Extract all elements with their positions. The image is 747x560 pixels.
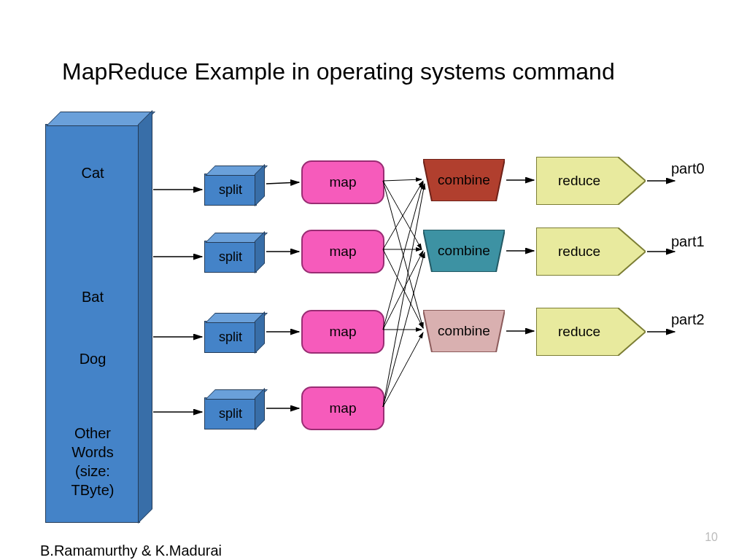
svg-line-24 (383, 252, 425, 407)
svg-line-17 (383, 181, 423, 249)
combine-box: combine (423, 159, 505, 201)
combine-box: combine (423, 310, 505, 352)
input-word: Cat (46, 165, 139, 182)
input-word: Bat (46, 289, 139, 306)
combine-box: combine (423, 230, 505, 272)
slide-title: MapReduce Example in operating systems c… (62, 58, 615, 85)
split-box: split (204, 321, 257, 353)
reduce-box: reduce (536, 157, 646, 205)
svg-line-25 (383, 332, 423, 407)
svg-line-16 (383, 181, 423, 328)
split-box: split (204, 241, 257, 273)
svg-line-19 (383, 249, 423, 328)
svg-line-20 (383, 182, 423, 330)
split-box: split (204, 397, 257, 429)
map-box: map (301, 230, 384, 273)
output-label: part0 (671, 160, 705, 177)
slide-number: 10 (705, 531, 718, 544)
map-box: map (301, 160, 384, 204)
output-label: part1 (671, 233, 705, 250)
input-data-box: Cat Bat Dog OtherWords(size:TByte) (45, 124, 140, 523)
svg-line-15 (383, 181, 422, 249)
svg-line-14 (383, 179, 422, 181)
map-box: map (301, 310, 384, 354)
input-word: Dog (46, 351, 139, 368)
svg-line-10 (266, 182, 299, 184)
author-credit: B.Ramamurthy & K.Madurai (40, 541, 222, 560)
output-label: part2 (671, 311, 705, 328)
map-box: map (301, 386, 384, 430)
reduce-box: reduce (536, 228, 646, 276)
split-box: split (204, 174, 257, 206)
input-word: OtherWords(size:TByte) (46, 424, 139, 499)
svg-line-23 (383, 184, 425, 407)
svg-line-21 (383, 251, 423, 330)
reduce-box: reduce (536, 308, 646, 356)
